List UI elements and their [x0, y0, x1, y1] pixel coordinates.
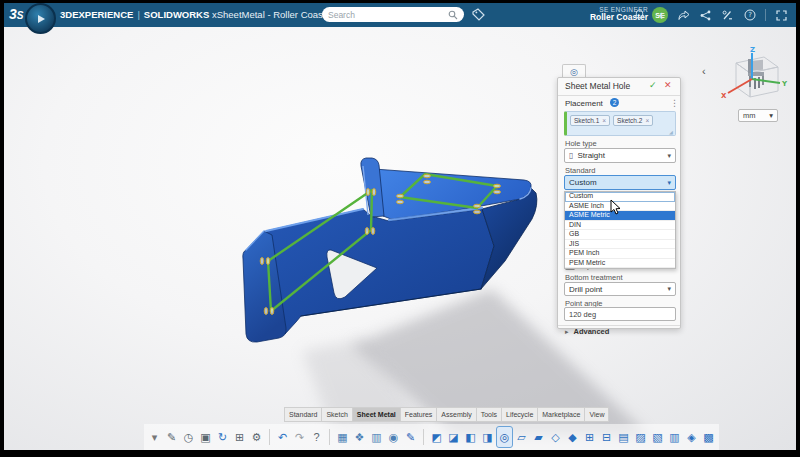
standard-option[interactable]: DIN: [565, 221, 675, 231]
help-icon[interactable]: ?: [743, 9, 756, 22]
fold-icon: ⊟: [602, 431, 611, 444]
app-window: 3S 3DEXPERIENCE|SOLIDWORKS xSheetMetal -…: [4, 3, 796, 450]
placement-chip[interactable]: Sketch.2 ×: [613, 115, 653, 126]
placement-menu-icon[interactable]: ⋮: [670, 98, 679, 108]
window-title[interactable]: 3DEXPERIENCE|SOLIDWORKS xSheetMetal - Ro…: [60, 9, 346, 20]
play-icon: [38, 15, 45, 23]
axis-x-label: X: [721, 92, 727, 100]
action-bar-tab[interactable]: Lifecycle: [501, 407, 537, 422]
panel-title: Sheet Metal Hole: [565, 81, 630, 91]
tab-label: Standard: [289, 411, 317, 418]
standard-option-label: PEM Inch: [569, 249, 599, 256]
tab-label: Features: [405, 411, 433, 418]
edit-icon: ✎: [167, 431, 176, 444]
chip-remove-icon[interactable]: ×: [645, 117, 649, 124]
cancel-button[interactable]: ✕: [664, 80, 672, 90]
sheet-metal-tools-group: ◩ ◪ ◧ ◨ ◎ ▱ ▰ ◇ ◆ ⊞ ⊟ ▤ ▨ ▧ ▥ ◈ ▩: [429, 427, 716, 447]
lifecycle-group: ▦ ❖ ▥ ◉ ✎: [335, 427, 418, 447]
certify-icon: ❖: [355, 431, 365, 444]
sheet-metal-hole-icon: ◎: [500, 431, 510, 444]
share-network-icon[interactable]: [699, 9, 712, 22]
add-icon[interactable]: +: [655, 9, 668, 22]
tab-label: Tools: [481, 411, 497, 418]
menu-caret-icon: ▾: [152, 431, 158, 444]
chip-remove-icon[interactable]: ×: [602, 117, 606, 124]
standard-option[interactable]: PEM Metric: [565, 259, 675, 269]
tab-label: Assembly: [441, 411, 471, 418]
standard-option[interactable]: JIS: [565, 240, 675, 250]
group-divider: [329, 429, 330, 445]
document-label: xSheetMetal - Roller Coaster: [212, 9, 334, 20]
hole-type-label: Hole type: [565, 139, 597, 148]
sync-icon: ↻: [218, 431, 227, 444]
axis-z-label: Z: [750, 46, 755, 54]
tab-label: Sheet Metal: [357, 411, 396, 418]
action-bar-tab[interactable]: Sheet Metal: [352, 407, 400, 422]
3ds-logo: 3S: [9, 6, 23, 22]
axis-y-label: Y: [781, 80, 788, 88]
action-bar-icons: ▾ ✎ ◷ ▣ ↻ ⊞ ⚙ ↶ ↷ ? ▦ ❖ ▥ ◉ ✎ ◩ ◪ ◧ ◨ ◎ …: [144, 424, 719, 450]
action-bar-tab[interactable]: Assembly: [436, 407, 475, 422]
advanced-chevron-icon: ▸: [565, 328, 569, 336]
fullscreen-icon[interactable]: [775, 9, 788, 22]
edge-flange-icon: ◨: [482, 431, 492, 444]
search-input[interactable]: Search: [322, 7, 464, 22]
base-flange-icon: ◧: [465, 431, 475, 444]
view-cube[interactable]: Z Y X: [712, 45, 790, 109]
search-placeholder: Search: [328, 10, 448, 20]
undo-redo-group: ↶ ↷ ?: [275, 427, 324, 447]
resize-handle-icon[interactable]: ◢: [669, 129, 673, 135]
standard-option[interactable]: GB: [565, 230, 675, 240]
point-angle-input[interactable]: 120 deg: [564, 307, 676, 321]
standard-option-label: ASME Inch: [569, 202, 604, 209]
action-bar-tab[interactable]: Standard: [284, 407, 321, 422]
divider: [558, 325, 680, 326]
units-select[interactable]: mm ▾: [738, 109, 778, 122]
straight-hole-icon: ▯: [569, 151, 573, 160]
action-bar-tab[interactable]: Sketch: [321, 407, 351, 422]
hole-type-select[interactable]: ▯ Straight ▾: [564, 148, 676, 163]
standard-option[interactable]: PEM Inch: [565, 249, 675, 259]
bottom-treatment-caret-icon: ▾: [667, 285, 671, 293]
tools-icon[interactable]: [721, 9, 734, 22]
confirm-button[interactable]: ✓: [649, 80, 657, 90]
scroll-icon: ✎: [406, 431, 415, 444]
search-icon[interactable]: [448, 10, 458, 20]
standard-label: Standard: [565, 166, 595, 175]
hole-feature-icon: ◎: [570, 67, 578, 77]
standard-option-label: DIN: [569, 221, 581, 228]
settings-icon: ⚙: [252, 431, 262, 444]
units-value: mm: [743, 111, 756, 120]
tag-icon[interactable]: [472, 8, 486, 21]
advanced-expander[interactable]: ▸ Advanced: [565, 327, 609, 336]
bottom-treatment-select[interactable]: Drill point ▾: [564, 282, 676, 296]
action-bar-tab[interactable]: Features: [400, 407, 437, 422]
tab-icon: ▧: [652, 431, 662, 444]
jog-icon: ▰: [534, 431, 542, 444]
export-icon: ▩: [703, 431, 713, 444]
svg-text:?: ?: [748, 11, 752, 19]
placement-chip[interactable]: Sketch.1 ×: [570, 115, 610, 126]
3d-compass[interactable]: [25, 3, 56, 34]
panel-collapse-chevron[interactable]: ‹: [702, 65, 706, 77]
action-bar-tab[interactable]: View: [584, 407, 609, 422]
placement-count-badge: 2: [610, 98, 619, 107]
share-forward-icon[interactable]: [677, 9, 690, 22]
placement-selection-box[interactable]: Sketch.1 × Sketch.2 ×: [564, 111, 676, 136]
tab-label: Marketplace: [542, 411, 580, 418]
placement-label: Placement: [565, 99, 603, 108]
standard-option-label: JIS: [569, 240, 579, 247]
standard-select[interactable]: Custom ▾: [564, 175, 676, 190]
units-caret-icon: ▾: [769, 111, 773, 120]
action-bar-tab[interactable]: Tools: [476, 407, 501, 422]
tab-label: Lifecycle: [506, 411, 533, 418]
action-bar-tab[interactable]: Marketplace: [537, 407, 584, 422]
brand-label: 3DEXPERIENCE: [60, 9, 133, 20]
bell-icon[interactable]: [633, 9, 646, 22]
bottom-treatment-label: Bottom treatment: [565, 273, 623, 282]
hole-type-value: Straight: [577, 151, 605, 160]
standard-option-label: Custom: [569, 192, 593, 199]
standard-caret-icon: ▾: [667, 179, 671, 187]
corner-relief-icon: ▥: [669, 431, 679, 444]
contour-flange-icon: ◪: [448, 431, 458, 444]
